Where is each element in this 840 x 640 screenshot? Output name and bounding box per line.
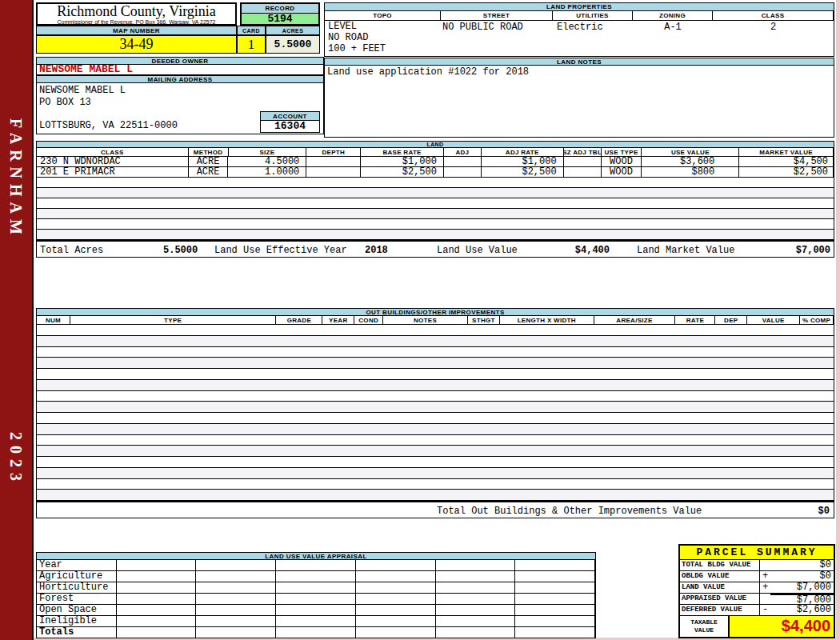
- land-cell: [306, 157, 361, 166]
- appraisal-cell: [276, 594, 356, 604]
- land-col-header: ADJ: [444, 148, 482, 156]
- land-cell: WOOD: [602, 167, 642, 177]
- map-number-value: 34-49: [36, 35, 237, 54]
- parcel-row-label: LAND VALUE: [680, 582, 760, 593]
- land-cell: $1,000: [361, 157, 444, 166]
- out-buildings-empty-row: [37, 380, 834, 391]
- appraisal-cell: [436, 560, 516, 570]
- land-col-header: MARKET VALUE: [739, 148, 834, 156]
- taxable-label-line: VALUE: [680, 626, 728, 634]
- out-buildings-table: OUT BUILDINGS/OTHER IMPROVEMENTS NUMTYPE…: [36, 308, 834, 518]
- appraisal-cell: [276, 571, 356, 582]
- appraisal-row-label: Open Space: [37, 605, 117, 615]
- topo-value: LEVEL NO ROAD 100 + FEET: [328, 21, 386, 54]
- parcel-summary-rows: TOTAL BLDG VALUE$0OBLDG VALUE+$0LAND VAL…: [680, 560, 834, 616]
- land-market-value-label: Land Market Value: [637, 245, 734, 256]
- land-properties-col-header: UTILITIES: [553, 11, 633, 20]
- appraisal-cell: [276, 605, 356, 615]
- card-value: 1: [237, 35, 266, 54]
- appraisal-cell: [117, 571, 197, 582]
- land-properties-section: LAND PROPERTIES TOPOSTREETUTILITIESZONIN…: [324, 2, 834, 57]
- land-empty-row: [37, 209, 834, 219]
- out-buildings-col-header: RATE: [675, 316, 715, 324]
- land-col-header: DEPTH: [306, 148, 361, 156]
- land-properties-col-header: ZONING: [633, 11, 713, 20]
- land-use-appraisal-table: LAND USE VALUE APPRAISAL YearAgriculture…: [36, 552, 596, 638]
- appraisal-cell: [356, 560, 436, 570]
- out-buildings-col-header: % COMP: [800, 316, 834, 324]
- land-cell: $2,500: [739, 167, 834, 177]
- appraisal-cell: [196, 605, 276, 615]
- appraisal-cell: [436, 627, 516, 638]
- parcel-row-value: $2,600: [770, 605, 834, 615]
- out-buildings-empty-row: [37, 446, 834, 457]
- out-buildings-col-header: NUM: [37, 316, 70, 324]
- out-buildings-col-header: GRADE: [276, 316, 322, 324]
- appraisal-cell: [356, 616, 436, 626]
- land-properties-col-header: CLASS: [713, 11, 834, 20]
- acres-label: ACRES: [266, 26, 320, 35]
- land-table: LAND CLASSMETHODSIZEDEPTHBASE RATEADJADJ…: [36, 141, 834, 258]
- land-properties-header-row: TOPOSTREETUTILITIESZONINGCLASS: [324, 11, 834, 21]
- out-buildings-total-value: $0: [818, 506, 830, 517]
- out-buildings-empty-row: [37, 424, 834, 435]
- out-buildings-empty-row: [37, 457, 834, 468]
- land-col-header: CLASS: [37, 148, 189, 156]
- land-table-title: LAND: [36, 141, 834, 148]
- card-label: CARD: [237, 26, 266, 35]
- parcel-row-label: DEFERRED VALUE: [680, 605, 760, 615]
- appraisal-cell: [356, 582, 436, 593]
- tax-year-vertical: 2023: [6, 432, 25, 486]
- land-empty-row: [37, 198, 834, 209]
- appraisal-cell: [117, 605, 197, 615]
- out-buildings-col-header: LENGTH X WIDTH: [500, 316, 594, 324]
- out-buildings-title: OUT BUILDINGS/OTHER IMPROVEMENTS: [36, 308, 834, 316]
- land-cell: $2,500: [482, 167, 564, 177]
- land-empty-row: [37, 230, 834, 240]
- class-value: 2: [713, 22, 834, 33]
- mailing-line: NEWSOME MABEL L: [39, 85, 323, 97]
- appraisal-cell: [356, 571, 436, 582]
- land-cell: [564, 157, 602, 166]
- taxable-value: $4,400: [730, 616, 834, 637]
- land-market-value: $7,000: [766, 245, 830, 256]
- appraisal-cell: [117, 627, 197, 638]
- appraisal-row: Totals: [37, 627, 595, 638]
- appraisal-cell: [515, 616, 595, 626]
- appraisal-row-label: Ineligible: [37, 616, 117, 626]
- land-cell: $2,500: [361, 167, 444, 177]
- parcel-summary-row: DEFERRED VALUE-$2,600: [680, 605, 834, 616]
- appraisal-cell: [436, 571, 516, 582]
- land-empty-row: [37, 178, 834, 188]
- appraisal-row: Horticulture: [37, 582, 595, 594]
- land-cell: 4.5000: [228, 157, 306, 166]
- land-cell: ACRE: [189, 167, 229, 177]
- parcel-row-operator: [760, 594, 770, 604]
- land-col-header: SIZE: [229, 148, 307, 156]
- appraisal-cell: [356, 605, 436, 615]
- topo-line: 100 + FEET: [328, 43, 386, 54]
- appraisal-row: Agriculture: [37, 571, 595, 582]
- parcel-row-operator: -: [760, 605, 770, 615]
- district-sidebar: FARNHAM 2023: [0, 0, 34, 640]
- topo-line: LEVEL: [328, 21, 386, 32]
- appraisal-row: Open Space: [37, 605, 595, 616]
- total-acres-value: 5.5000: [163, 245, 198, 256]
- appraisal-cell: [515, 571, 595, 582]
- parcel-summary-title: PARCEL SUMMARY: [680, 546, 834, 560]
- effective-year-label: Land Use Effective Year: [214, 245, 347, 256]
- appraisal-cell: [276, 627, 356, 638]
- land-cell: ACRE: [189, 157, 229, 166]
- out-buildings-col-header: STHGT: [468, 316, 500, 324]
- land-cell: $4,500: [739, 157, 834, 166]
- out-buildings-empty-row: [37, 369, 834, 380]
- land-use-appraisal-title: LAND USE VALUE APPRAISAL: [36, 552, 596, 560]
- acres-value: 5.5000: [266, 35, 320, 54]
- appraisal-cell: [117, 594, 197, 604]
- parcel-row-value: $7,000: [770, 594, 834, 604]
- appraisal-cell: [196, 627, 276, 638]
- zoning-value: A-1: [633, 22, 713, 33]
- land-cell: 230 N WDNORDAC: [37, 157, 189, 166]
- district-name-vertical: FARNHAM: [6, 118, 25, 240]
- record-number: 5194: [242, 14, 318, 24]
